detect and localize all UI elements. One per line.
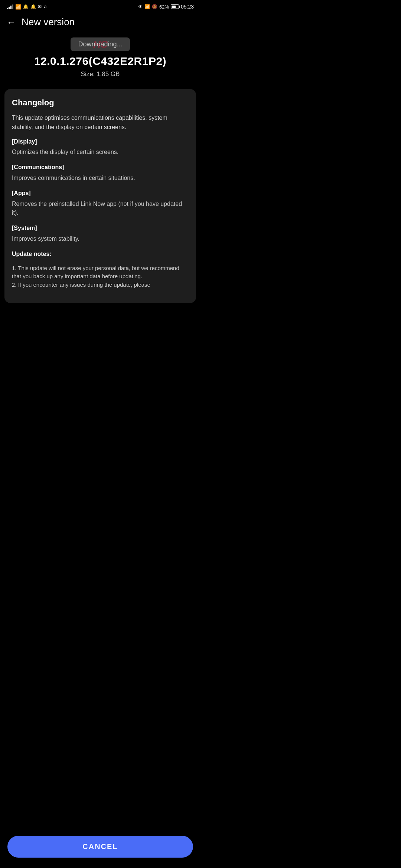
- status-left-icons: 📶 🔔 🔔 ✉ ♫: [7, 4, 47, 10]
- mute-icon: 🔕: [152, 4, 157, 9]
- changelog-card: Changelog This update optimises communic…: [4, 89, 196, 303]
- wifi-icon: 📶: [15, 4, 21, 10]
- signal-strength-icon: [7, 4, 13, 9]
- update-notes-text: 1. This update will not erase your perso…: [12, 264, 189, 289]
- eye-icon: 👁: [138, 4, 143, 9]
- version-number: 12.0.1.276(C432E2R1P2): [7, 55, 193, 68]
- section-apps-body: Removes the preinstalled Link Now app (n…: [12, 200, 189, 218]
- status-right-icons: 👁 📶 🔕 62% 05:23: [138, 4, 194, 10]
- section-display-header: [Display]: [12, 137, 189, 147]
- back-button[interactable]: ←: [7, 18, 16, 27]
- notification2-icon: 🔔: [30, 4, 36, 9]
- update-notes-title: Update notes:: [12, 250, 189, 259]
- downloading-text: Downloading...: [78, 40, 122, 48]
- section-comms-header: [Communications]: [12, 163, 189, 172]
- section-system-header: [System]: [12, 224, 189, 233]
- changelog-body: This update optimises communications cap…: [12, 114, 189, 289]
- page-header: ← New version: [0, 13, 200, 34]
- section-apps-header: [Apps]: [12, 189, 189, 198]
- page-title: New version: [22, 16, 75, 28]
- downloading-overlay: Downloading... HC: [71, 37, 130, 51]
- file-size: Size: 1.85 GB: [7, 70, 193, 78]
- time-display: 05:23: [181, 4, 194, 10]
- notification-icon: 🔔: [23, 4, 29, 9]
- battery-percentage: 62%: [159, 4, 169, 10]
- changelog-intro: This update optimises communications cap…: [12, 114, 189, 132]
- battery-icon: [171, 4, 179, 9]
- tiktok-icon: ♫: [43, 4, 47, 9]
- section-display-body: Optimizes the display of certain screens…: [12, 148, 189, 157]
- status-bar: 📶 🔔 🔔 ✉ ♫ 👁 📶 🔕 62% 05:23: [0, 0, 200, 13]
- download-status-area: Downloading... HC 12.0.1.276(C432E2R1P2)…: [0, 34, 200, 89]
- section-comms-body: Improves communications in certain situa…: [12, 174, 189, 183]
- section-system-body: Improves system stability.: [12, 234, 189, 244]
- mail-icon: ✉: [38, 4, 42, 9]
- changelog-title: Changelog: [12, 98, 189, 108]
- bluetooth-icon: 📶: [144, 4, 150, 9]
